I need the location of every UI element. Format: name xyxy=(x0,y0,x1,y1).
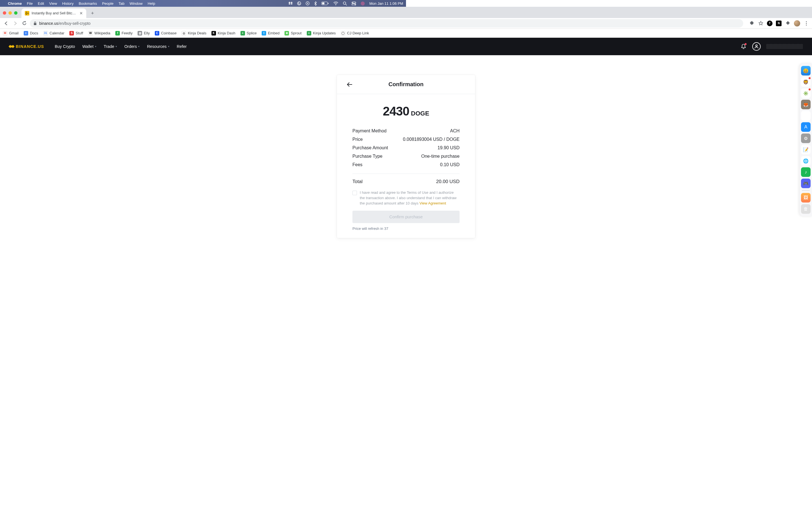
bookmark-favicon-icon: t xyxy=(262,31,266,36)
bookmark-item[interactable]: fFeedly xyxy=(115,31,133,36)
svg-point-10 xyxy=(336,5,336,5)
total-row: Total20.00 USD xyxy=(352,177,406,186)
agreement-checkbox[interactable] xyxy=(352,191,357,195)
bookmark-item[interactable]: ▥Elly xyxy=(138,31,150,36)
confirm-button-label: Confirm purchase xyxy=(389,214,406,219)
bookmark-favicon-icon: C xyxy=(155,31,159,36)
bookmark-label: Gmail xyxy=(9,31,18,35)
new-tab-button[interactable]: + xyxy=(89,9,96,17)
svg-point-17 xyxy=(361,1,365,5)
omnibox[interactable]: binance.us/en/buy-sell-crypto xyxy=(30,19,406,27)
window-close-button[interactable] xyxy=(3,11,6,15)
detail-label: Payment Method xyxy=(352,128,387,133)
dropbox-menubar-icon[interactable] xyxy=(289,2,293,5)
mac-menu-history[interactable]: History xyxy=(62,1,73,6)
nav-item[interactable]: Trade▾ xyxy=(104,44,117,49)
bookmark-item[interactable]: MGmail xyxy=(3,31,18,36)
mac-menu-file[interactable]: File xyxy=(27,1,33,6)
detail-row: Purchase TypeOne-time purchase xyxy=(352,152,406,161)
site-brand-text: BINANCE.US xyxy=(16,44,44,49)
bookmark-item[interactable]: ◎Kinja Deals xyxy=(182,31,206,36)
grammarly-menubar-icon[interactable] xyxy=(297,1,301,5)
bookmark-favicon-icon: K xyxy=(211,31,216,36)
wifi-menubar-icon[interactable] xyxy=(333,2,338,5)
nav-back-button[interactable] xyxy=(3,20,10,27)
svg-line-12 xyxy=(346,4,347,5)
battery-menubar-icon[interactable] xyxy=(321,2,329,5)
nav-item[interactable]: Wallet▾ xyxy=(82,44,96,49)
nav-item[interactable]: Orders▾ xyxy=(124,44,140,49)
nav-reload-button[interactable] xyxy=(21,20,28,27)
back-button[interactable] xyxy=(345,80,354,89)
mac-menu-tab[interactable]: Tab xyxy=(118,1,124,6)
detail-row: Payment MethodACH xyxy=(352,127,406,135)
mac-clock[interactable]: Mon Jan 11 1:06 PM xyxy=(369,1,403,6)
bookmark-label: Calendar xyxy=(50,31,64,35)
bookmark-item[interactable]: WWikipedia xyxy=(88,31,110,36)
tab-favicon-icon xyxy=(25,11,29,15)
control-center-menubar-icon[interactable] xyxy=(352,2,356,5)
mac-menu-bookmarks[interactable]: Bookmarks xyxy=(79,1,97,6)
total-label: Total xyxy=(352,179,363,184)
bookmark-label: Stuff xyxy=(75,31,83,35)
bookmark-label: Elly xyxy=(144,31,150,35)
mac-menu-help[interactable]: Help xyxy=(148,1,155,6)
nav-item[interactable]: Resources▾ xyxy=(147,44,169,49)
window-controls xyxy=(3,11,17,15)
nav-item[interactable]: Buy Crypto xyxy=(55,44,75,49)
detail-label: Fees xyxy=(352,162,363,167)
bookmark-label: Kinja Updates xyxy=(313,31,336,35)
bookmark-favicon-icon: + xyxy=(241,31,245,36)
nav-item-label: Orders xyxy=(124,44,137,49)
nav-forward-button[interactable] xyxy=(12,20,18,27)
divider xyxy=(352,173,406,174)
page-content: Confirmation 2430DOGE Payment MethodACHP… xyxy=(0,55,406,253)
bookmark-label: Coinbase xyxy=(161,31,176,35)
mac-menu-view[interactable]: View xyxy=(49,1,57,6)
bookmark-label: Feedly xyxy=(121,31,133,35)
bookmark-favicon-icon: S xyxy=(69,31,74,36)
detail-label: Purchase Type xyxy=(352,154,382,159)
browser-tab-active[interactable]: Instantly Buy and Sell Bitcoin, E ✕ xyxy=(21,8,86,18)
bookmark-item[interactable]: ≡Docs xyxy=(24,31,38,36)
bookmark-item[interactable]: CCoinbase xyxy=(155,31,176,36)
svg-rect-9 xyxy=(328,3,328,4)
url-text: binance.us/en/buy-sell-crypto xyxy=(39,21,91,25)
chrome-tab-strip: Instantly Buy and Sell Bitcoin, E ✕ + xyxy=(0,7,406,18)
window-minimize-button[interactable] xyxy=(8,11,12,15)
bookmark-item[interactable]: ◯CJ Deep Link xyxy=(341,31,369,36)
amount-value: 2430 xyxy=(383,104,406,118)
play-menubar-icon[interactable] xyxy=(306,1,310,5)
mac-menu-people[interactable]: People xyxy=(102,1,113,6)
bookmark-item[interactable]: +Splice xyxy=(241,31,257,36)
binance-logo-icon xyxy=(9,44,14,49)
detail-label: Price xyxy=(352,137,363,142)
bookmark-label: Sprout xyxy=(291,31,301,35)
bookmark-label: Wikipedia xyxy=(94,31,110,35)
bluetooth-menubar-icon[interactable] xyxy=(314,1,317,6)
price-refresh-text: Price will refresh in 37 xyxy=(337,223,406,231)
site-logo[interactable]: BINANCE.US xyxy=(9,44,44,49)
bookmark-favicon-icon: f xyxy=(115,31,120,36)
spotlight-menubar-icon[interactable] xyxy=(343,1,347,6)
confirmation-card: Confirmation 2430DOGE Payment MethodACHP… xyxy=(337,75,406,238)
bookmark-item[interactable]: +Kinja Updates xyxy=(307,31,336,36)
mac-menubar: Chrome File Edit View History Bookmarks … xyxy=(0,0,406,7)
mac-app-name[interactable]: Chrome xyxy=(8,1,22,6)
bookmark-item[interactable]: ❖Sprout xyxy=(285,31,301,36)
window-zoom-button[interactable] xyxy=(14,11,17,15)
nav-item[interactable]: Refer xyxy=(177,44,187,49)
tab-close-icon[interactable]: ✕ xyxy=(80,11,83,15)
bookmark-item[interactable]: SStuff xyxy=(69,31,83,36)
detail-row: Price0.0081893004 USD / DOGE xyxy=(352,135,406,144)
bookmark-item[interactable]: tEmbed xyxy=(262,31,280,36)
bookmark-label: Splice xyxy=(247,31,257,35)
mac-menu-window[interactable]: Window xyxy=(130,1,142,6)
bookmark-item[interactable]: KKinja Dash xyxy=(211,31,236,36)
user-menubar-icon[interactable] xyxy=(361,1,365,6)
confirm-purchase-button[interactable]: Confirm purchase xyxy=(352,211,406,223)
bookmark-label: Kinja Deals xyxy=(188,31,206,35)
tab-title: Instantly Buy and Sell Bitcoin, E xyxy=(32,11,77,15)
bookmark-item[interactable]: 31Calendar xyxy=(43,31,64,36)
mac-menu-edit[interactable]: Edit xyxy=(38,1,44,6)
